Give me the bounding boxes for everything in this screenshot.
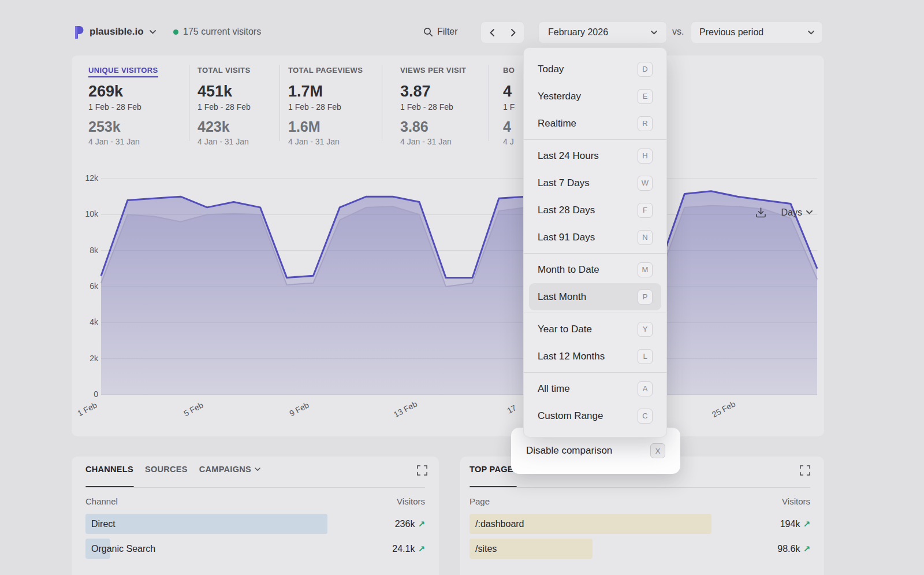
column-header-name: Channel xyxy=(85,496,118,506)
menu-item-year-to-date[interactable]: Year to Date Y xyxy=(524,316,666,343)
shortcut-badge: E xyxy=(638,89,653,104)
chart-tools: Days xyxy=(755,207,813,218)
stat-label[interactable]: TOTAL VISITS xyxy=(198,66,250,77)
trend-up-icon: ↗ xyxy=(418,544,425,554)
stat-label[interactable]: VIEWS PER VISIT xyxy=(400,66,466,77)
chevron-down-icon xyxy=(255,468,260,471)
stat-label[interactable]: BO xyxy=(503,66,515,77)
shortcut-badge: W xyxy=(638,176,653,191)
y-tick-label: 0 xyxy=(72,389,98,399)
y-tick-label: 2k xyxy=(72,354,98,363)
tabs-divider xyxy=(85,487,425,488)
stat-divider xyxy=(382,65,382,141)
y-tick-label: 12k xyxy=(72,173,98,183)
current-visitors[interactable]: 175 current visitors xyxy=(173,23,261,40)
tab-campaigns[interactable]: CAMPAIGNS xyxy=(199,465,260,474)
row-label[interactable]: /:dashboard xyxy=(475,514,524,534)
period-arrow-group xyxy=(480,21,524,43)
table-row[interactable]: Organic Search 24.1k↗ xyxy=(85,539,425,559)
row-value: 24.1k xyxy=(392,544,415,554)
shortcut-badge: R xyxy=(638,116,653,131)
menu-item-label: Realtime xyxy=(538,118,576,129)
menu-item-custom-range[interactable]: Custom Range C xyxy=(524,402,666,429)
table-row[interactable]: /sites 98.6k↗ xyxy=(470,539,810,559)
row-label[interactable]: Direct xyxy=(91,514,116,534)
menu-item-label: Custom Range xyxy=(538,410,603,422)
date-range-selector[interactable]: February 2026 xyxy=(538,21,667,43)
shortcut-badge: N xyxy=(638,230,653,245)
menu-item-label: Last 28 Days xyxy=(538,205,595,216)
expand-icon[interactable] xyxy=(417,465,427,476)
stat-prev-period: 4 Jan - 31 Jan xyxy=(400,137,466,146)
shortcut-badge: M xyxy=(638,262,653,277)
menu-item-last-91-days[interactable]: Last 91 Days N xyxy=(524,224,666,251)
y-tick-label: 10k xyxy=(72,209,98,218)
menu-item-all-time[interactable]: All time A xyxy=(524,375,666,402)
stat-label[interactable]: UNIQUE VISITORS xyxy=(88,66,158,77)
tab-channels[interactable]: CHANNELS xyxy=(85,465,133,474)
comparison-selector[interactable]: Previous period xyxy=(691,21,823,43)
stat-prev-period: 4 Jan - 31 Jan xyxy=(88,137,158,146)
menu-separator xyxy=(524,372,666,373)
site-switcher[interactable]: plausible.io xyxy=(73,23,156,40)
tab-sources[interactable]: SOURCES xyxy=(145,465,188,474)
menu-item-last-12-months[interactable]: Last 12 Months L xyxy=(524,343,666,370)
shortcut-badge: F xyxy=(638,203,653,218)
stat-bounce-rate-partial: BO 4 1 F 4 4 J xyxy=(503,66,515,146)
menu-item-label: Last 7 Days xyxy=(538,177,590,189)
stat-prev-value: 253k xyxy=(88,118,158,135)
menu-item-month-to-date[interactable]: Month to Date M xyxy=(524,256,666,283)
stat-value: 269k xyxy=(88,83,158,101)
stat-divider xyxy=(280,65,280,141)
menu-item-label: Disable comparison xyxy=(526,445,612,457)
menu-item-last-7-days[interactable]: Last 7 Days W xyxy=(524,169,666,196)
row-value: 98.6k xyxy=(777,544,800,554)
stat-label[interactable]: TOTAL PAGEVIEWS xyxy=(288,66,363,77)
shortcut-badge: X xyxy=(650,443,665,458)
column-header-value: Visitors xyxy=(782,496,810,506)
tabs-divider xyxy=(470,487,810,488)
stat-period: 1 Feb - 28 Feb xyxy=(400,102,466,112)
row-label[interactable]: Organic Search xyxy=(91,539,155,559)
previous-period-arrow-button[interactable] xyxy=(482,22,502,43)
menu-item-yesterday[interactable]: Yesterday E xyxy=(524,83,666,110)
stat-period: 1 F xyxy=(503,102,515,112)
table-row[interactable]: /:dashboard 194k↗ xyxy=(470,514,810,534)
y-tick-label: 6k xyxy=(72,281,98,291)
stat-divider xyxy=(489,65,489,141)
live-dot-icon xyxy=(173,29,178,35)
channels-panel: CHANNELS SOURCES CAMPAIGNS Channel Visit… xyxy=(72,457,439,575)
site-name: plausible.io xyxy=(90,26,144,38)
stat-views-per-visit: VIEWS PER VISIT 3.87 1 Feb - 28 Feb 3.86… xyxy=(400,66,466,146)
interval-selector[interactable]: Days xyxy=(781,207,802,218)
menu-item-last-28-days[interactable]: Last 28 Days F xyxy=(524,196,666,224)
download-icon[interactable] xyxy=(755,207,766,218)
chevron-down-icon[interactable] xyxy=(806,210,813,214)
stat-value: 451k xyxy=(198,83,251,101)
menu-item-label: Yesterday xyxy=(538,91,581,102)
menu-item-last-month[interactable]: Last Month P xyxy=(529,283,661,310)
trend-up-icon: ↗ xyxy=(418,519,425,529)
column-header-name: Page xyxy=(470,496,490,506)
menu-item-today[interactable]: Today D xyxy=(524,55,666,83)
menu-item-realtime[interactable]: Realtime R xyxy=(524,110,666,137)
stat-divider xyxy=(189,65,189,141)
filter-button[interactable]: Filter xyxy=(423,23,458,40)
trend-up-icon: ↗ xyxy=(803,519,810,529)
expand-icon[interactable] xyxy=(800,465,810,476)
dashboard-card: 12k10k8k6k4k2k0 1 Feb5 Feb9 Feb13 Feb172… xyxy=(72,55,824,436)
table-row[interactable]: Direct 236k↗ xyxy=(85,514,425,534)
row-label[interactable]: /sites xyxy=(475,539,497,559)
pages-panel: TOP PAGES ENTRY PAGES EXIT PAGES Page Vi… xyxy=(460,457,824,575)
menu-item-last-24-hours[interactable]: Last 24 Hours H xyxy=(524,142,666,169)
channels-tabs: CHANNELS SOURCES CAMPAIGNS xyxy=(85,465,260,474)
stat-total-pageviews: TOTAL PAGEVIEWS 1.7M 1 Feb - 28 Feb 1.6M… xyxy=(288,66,363,146)
next-period-arrow-button[interactable] xyxy=(504,22,523,43)
menu-item-label: Last 91 Days xyxy=(538,232,595,243)
stat-period: 1 Feb - 28 Feb xyxy=(198,102,251,112)
row-value: 194k xyxy=(780,519,800,529)
menu-item-disable-comparison[interactable]: Disable comparison X xyxy=(511,443,680,458)
y-tick-label: 8k xyxy=(72,246,98,255)
stat-value: 3.87 xyxy=(400,83,466,101)
stat-prev-value: 3.86 xyxy=(400,118,466,135)
